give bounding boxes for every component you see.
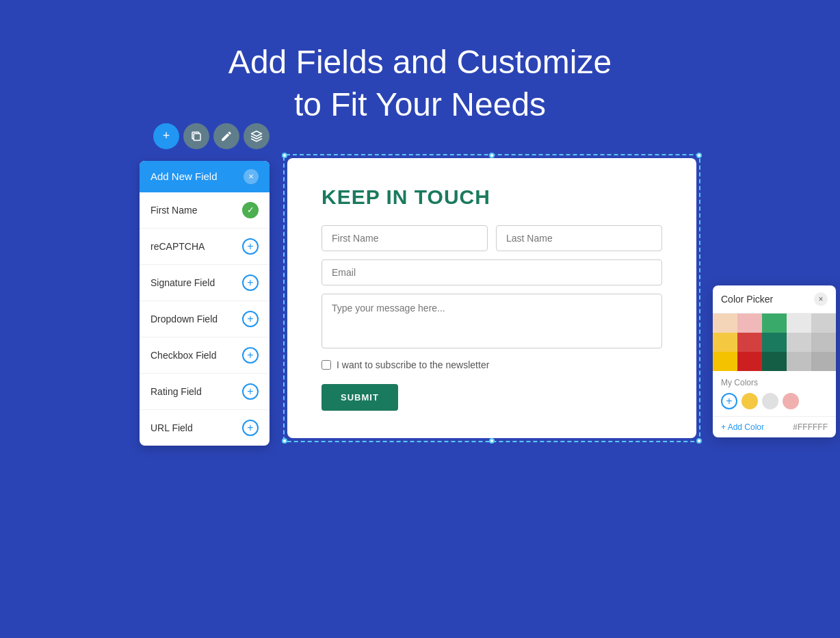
edit-button[interactable] — [213, 123, 239, 149]
color-picker-close-button[interactable]: × — [814, 292, 828, 306]
color-swatch[interactable] — [737, 314, 762, 333]
field-label: First Name — [150, 205, 197, 216]
first-name-input[interactable] — [321, 225, 488, 251]
field-add-button[interactable]: + — [242, 347, 259, 363]
field-item-dropdown: Dropdown Field + — [140, 301, 270, 337]
hex-value: #FFFFFF — [793, 422, 828, 432]
field-label: Checkbox Field — [150, 350, 217, 361]
corner-handle-bl — [282, 438, 287, 444]
field-add-button[interactable]: + — [242, 420, 259, 436]
color-swatch[interactable] — [762, 352, 787, 371]
color-swatch[interactable] — [762, 314, 787, 333]
my-color-swatch[interactable] — [741, 393, 758, 409]
newsletter-row: I want to subscribe to the newsletter — [321, 359, 662, 370]
color-grid — [713, 314, 836, 371]
field-item-first-name: First Name ✓ — [140, 192, 270, 229]
corner-handle-tl — [282, 153, 287, 158]
field-item-recaptcha: reCAPTCHA + — [140, 229, 270, 265]
add-color-button[interactable]: + Add Color — [721, 422, 764, 432]
color-picker-title: Color Picker — [721, 294, 773, 305]
toolbar: + — [153, 123, 270, 149]
color-swatch[interactable] — [787, 314, 811, 333]
color-swatch[interactable] — [811, 333, 836, 352]
form-card: KEEP IN TOUCH I want to subscribe to the… — [287, 158, 696, 438]
last-name-input[interactable] — [496, 225, 662, 251]
copy-button[interactable] — [183, 123, 209, 149]
email-row — [321, 259, 662, 285]
color-swatch[interactable] — [713, 314, 737, 333]
newsletter-label: I want to subscribe to the newsletter — [337, 359, 489, 370]
field-item-signature: Signature Field + — [140, 265, 270, 301]
color-swatch[interactable] — [787, 333, 811, 352]
color-swatch[interactable] — [762, 333, 787, 352]
field-label: URL Field — [150, 422, 193, 433]
my-color-swatch[interactable] — [783, 393, 799, 409]
panel-title: Add New Field — [150, 170, 218, 182]
name-row — [321, 225, 662, 251]
panel-close-button[interactable]: × — [244, 169, 259, 184]
newsletter-checkbox[interactable] — [321, 360, 331, 370]
color-picker-panel: Color Picker × — [713, 285, 836, 437]
my-colors-label: My Colors — [721, 378, 828, 387]
color-picker-header: Color Picker × — [713, 285, 836, 314]
color-swatch[interactable] — [737, 333, 762, 352]
form-title: KEEP IN TOUCH — [321, 186, 662, 209]
corner-handle-bm — [489, 438, 495, 444]
field-add-button[interactable]: + — [242, 238, 259, 255]
corner-handle-tm — [489, 153, 495, 158]
color-swatch[interactable] — [713, 352, 737, 371]
color-picker-footer: + Add Color #FFFFFF — [713, 416, 836, 437]
my-colors-row: + — [721, 393, 828, 409]
form-container: KEEP IN TOUCH I want to subscribe to the… — [283, 154, 700, 442]
field-label: reCAPTCHA — [150, 241, 205, 252]
field-add-button[interactable]: + — [242, 383, 259, 400]
page-title: Add Fields and Customize to Fit Your Nee… — [228, 41, 612, 127]
layer-button[interactable] — [244, 123, 270, 149]
field-item-rating: Rating Field + — [140, 374, 270, 410]
field-label: Rating Field — [150, 386, 202, 397]
field-item-url: URL Field + — [140, 410, 270, 446]
submit-button[interactable]: SUBMIT — [321, 384, 398, 411]
corner-handle-tr — [696, 153, 702, 158]
color-swatch[interactable] — [737, 352, 762, 371]
field-add-button[interactable]: + — [242, 275, 259, 291]
color-swatch[interactable] — [713, 333, 737, 352]
field-add-button[interactable]: ✓ — [242, 202, 259, 218]
add-button[interactable]: + — [153, 123, 179, 149]
my-colors-section: My Colors + — [713, 371, 836, 416]
field-label: Signature Field — [150, 277, 215, 288]
add-my-color-button[interactable]: + — [721, 393, 737, 409]
my-color-swatch[interactable] — [762, 393, 778, 409]
email-input[interactable] — [321, 259, 662, 285]
panel-header: Add New Field × — [140, 161, 270, 192]
message-input[interactable] — [321, 294, 662, 348]
field-add-button[interactable]: + — [242, 311, 259, 327]
corner-handle-br — [696, 438, 702, 444]
field-label: Dropdown Field — [150, 314, 218, 324]
field-item-checkbox: Checkbox Field + — [140, 337, 270, 374]
svg-rect-1 — [194, 133, 200, 140]
color-swatch[interactable] — [811, 352, 836, 371]
color-swatch[interactable] — [787, 352, 811, 371]
add-field-panel: Add New Field × First Name ✓ reCAPTCHA +… — [140, 161, 270, 446]
color-swatch[interactable] — [811, 314, 836, 333]
